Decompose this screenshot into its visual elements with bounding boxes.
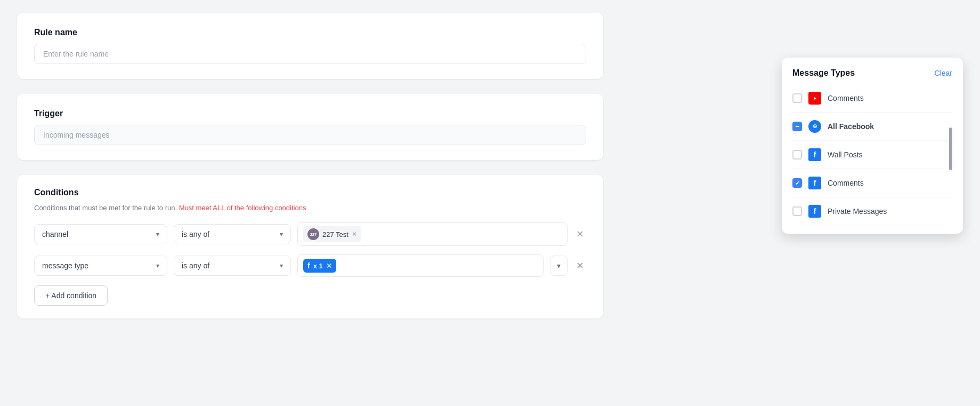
list-item-all-facebook[interactable]: − ⊕ All Facebook	[792, 115, 952, 138]
svg-text:227: 227	[310, 232, 317, 237]
operator-select-1[interactable]: is any of ▾	[174, 224, 291, 244]
field-select-2[interactable]: message type ▾	[34, 256, 167, 276]
divider	[792, 140, 952, 141]
facebook-group-icon: ⊕	[808, 120, 821, 133]
conditions-subtitle: Conditions that must be met for the rule…	[34, 204, 586, 212]
conditions-label: Conditions	[34, 188, 586, 197]
facebook-icon: f	[808, 177, 821, 189]
svg-text:⊕: ⊕	[813, 123, 817, 129]
remove-condition-1-icon[interactable]: ✕	[574, 226, 586, 242]
chevron-down-icon: ▾	[280, 230, 283, 238]
operator-select-2[interactable]: is any of ▾	[174, 256, 291, 276]
divider	[792, 112, 952, 113]
conditions-section: Conditions Conditions that must be met f…	[17, 175, 603, 319]
tag-close-icon[interactable]: ✕	[352, 231, 357, 237]
list-item-fb-comments[interactable]: ✓ f Comments	[792, 171, 952, 195]
checkbox-yt-comments[interactable]	[792, 93, 802, 103]
expand-button[interactable]: ▾	[550, 256, 568, 276]
clear-button[interactable]: Clear	[935, 69, 952, 77]
field-select-1[interactable]: channel ▾	[34, 224, 167, 244]
svg-text:f: f	[814, 179, 816, 187]
rule-name-label: Rule name	[34, 28, 586, 37]
item-label-all-facebook: All Facebook	[828, 122, 874, 131]
youtube-icon	[808, 92, 821, 105]
tag-close-icon[interactable]: ✕	[326, 262, 332, 270]
item-label-private-messages: Private Messages	[828, 207, 887, 216]
chevron-down-icon: ▾	[156, 230, 159, 238]
rule-name-section: Rule name	[17, 13, 603, 79]
checkbox-private-messages[interactable]	[792, 206, 802, 216]
tags-area-1[interactable]: 227 227 Test ✕	[297, 222, 568, 246]
dropdown-title: Message Types	[792, 68, 855, 78]
chevron-down-icon: ▾	[156, 262, 159, 269]
list-item-wall-posts[interactable]: f Wall Posts	[792, 143, 952, 166]
tags-area-2[interactable]: f x 1 ✕	[297, 254, 544, 277]
checkbox-fb-comments[interactable]: ✓	[792, 178, 802, 188]
trigger-field: Incoming messages	[34, 125, 586, 145]
avatar: 227	[307, 228, 319, 240]
dropdown-header: Message Types Clear	[792, 68, 952, 78]
rule-name-input[interactable]	[34, 44, 586, 64]
must-meet-label: Must meet ALL of the following condition…	[179, 204, 306, 212]
svg-text:f: f	[814, 207, 816, 216]
condition-row-1: channel ▾ is any of ▾ 227 227 Test ✕ ✕	[34, 222, 586, 246]
message-types-list: Comments − ⊕ All Facebook	[792, 86, 952, 223]
checkbox-all-facebook[interactable]: −	[792, 122, 802, 131]
add-condition-button[interactable]: + Add condition	[34, 285, 108, 306]
message-types-dropdown: Message Types Clear Comments −	[782, 58, 963, 234]
tag-227test: 227 227 Test ✕	[303, 226, 361, 242]
facebook-icon: f	[307, 261, 310, 270]
list-item-yt-comments[interactable]: Comments	[792, 86, 952, 110]
item-label-fb-comments: Comments	[828, 179, 864, 187]
chevron-down-icon: ▾	[280, 262, 283, 269]
facebook-icon: f	[808, 148, 821, 161]
facebook-icon: f	[808, 205, 821, 218]
divider	[792, 169, 952, 169]
item-label-wall-posts: Wall Posts	[828, 150, 863, 159]
svg-text:f: f	[814, 150, 816, 159]
trigger-section: Trigger Incoming messages	[17, 94, 603, 160]
checkbox-wall-posts[interactable]	[792, 150, 802, 160]
condition-row-2: message type ▾ is any of ▾ f x 1 ✕ ▾ ✕	[34, 254, 586, 277]
item-label-yt-comments: Comments	[828, 94, 864, 102]
scrollbar-thumb[interactable]	[949, 128, 952, 170]
chevron-down-icon: ▾	[557, 261, 561, 270]
remove-condition-2-icon[interactable]: ✕	[574, 258, 586, 274]
fb-tag: f x 1 ✕	[303, 259, 336, 273]
divider	[792, 197, 952, 197]
list-item-private-messages[interactable]: f Private Messages	[792, 200, 952, 223]
trigger-label: Trigger	[34, 109, 586, 118]
